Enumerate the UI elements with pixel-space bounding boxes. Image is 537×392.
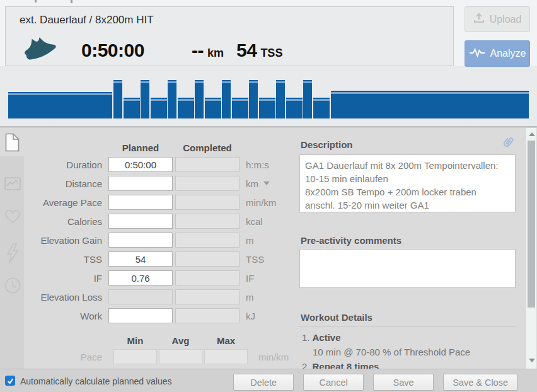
segment-stripe	[141, 81, 149, 83]
form-row-average-pace: Average Pacemin/km	[0, 193, 296, 212]
form-row-elevation-loss: Elevation Lossm	[0, 287, 296, 306]
workout-graph-segment	[178, 98, 194, 118]
work-unit-label: kJ	[246, 311, 255, 321]
planned-tss-stat: 54 TSS	[236, 40, 282, 61]
form-row-elevation-gain: Elevation Gainm	[0, 231, 296, 250]
min-avg-max-headers: Min Avg Max	[0, 333, 296, 348]
elevation-gain-planned-input[interactable]	[108, 233, 173, 248]
duration-value: 0:50:00	[81, 40, 144, 61]
elevation-loss-completed-input	[175, 289, 240, 304]
if-unit-label: IF	[246, 273, 254, 284]
workout-graph-segment	[276, 80, 285, 118]
workout-graph-segment	[141, 80, 149, 118]
elevation-gain-label: Elevation Gain	[0, 235, 108, 246]
step-name: Active	[313, 332, 341, 343]
workout-graph-segment	[331, 91, 529, 118]
workout-graph-segment	[113, 80, 122, 118]
description-title: Description	[301, 139, 353, 150]
segment-stripe	[303, 81, 312, 83]
scroll-up-arrow-icon[interactable]	[529, 132, 535, 136]
duration-completed-input	[175, 157, 240, 172]
scroll-down-arrow-icon[interactable]	[529, 359, 535, 362]
form-row-work: WorkkJ	[0, 306, 296, 325]
save-button[interactable]: Save	[373, 374, 434, 391]
distance-unit-label: km	[246, 178, 270, 189]
workout-graph-segment	[259, 98, 275, 118]
unit-dropdown-arrow-icon[interactable]	[263, 182, 270, 185]
form-row-calories: Calorieskcal	[0, 212, 296, 231]
workout-graph-segment	[168, 80, 176, 118]
auto-calculate-checkbox[interactable]	[5, 376, 15, 386]
segment-stripe	[124, 99, 140, 101]
distance-value: --	[192, 40, 204, 61]
workout-quickview-dialog: ext. Dauerlauf / 8x200m HIT 0:50:00 -- k…	[0, 0, 537, 392]
upload-label: Upload	[490, 14, 522, 25]
scrollbar-thumb[interactable]	[528, 141, 535, 308]
average-pace-completed-input	[175, 195, 240, 210]
form-row-duration: Durationh:m:s	[0, 155, 296, 174]
workout-step: 1.Active	[302, 332, 516, 347]
right-column: Description GA1 Dauerlauf mit 8x 200m Te…	[299, 128, 516, 369]
form-row-distance: Distancekm	[0, 174, 296, 193]
workout-graph-segment	[151, 98, 167, 118]
vertical-scrollbar[interactable]	[526, 128, 536, 369]
if-completed-input	[175, 270, 240, 285]
paperclip-icon[interactable]	[503, 135, 514, 151]
step-number: 1.	[302, 332, 310, 343]
segment-stripe	[232, 99, 248, 101]
elevation-loss-unit-label: m	[246, 292, 254, 303]
calories-completed-input	[175, 214, 240, 229]
pre-activity-title: Pre-activity comments	[301, 235, 401, 246]
cancel-button[interactable]: Cancel	[303, 374, 364, 391]
footer-buttons: DeleteCancelSaveSave & Close	[233, 374, 517, 391]
if-planned-input[interactable]	[108, 270, 173, 285]
elevation-gain-unit-label: m	[246, 235, 254, 246]
upload-icon	[473, 13, 485, 26]
distance-planned-input[interactable]	[108, 176, 173, 191]
save-close-button[interactable]: Save & Close	[443, 374, 517, 391]
segment-stripe	[113, 81, 122, 83]
cropped-text-fragment	[35, 0, 37, 3]
workout-summary-header: ext. Dauerlauf / 8x200m HIT 0:50:00 -- k…	[5, 6, 454, 66]
planned-distance-stat: -- km	[192, 40, 224, 61]
form-column-headers: Planned Completed	[0, 140, 296, 155]
segment-stripe	[178, 99, 194, 101]
segment-stripe	[286, 99, 303, 101]
tss-completed-input	[175, 251, 240, 267]
pace-avg-input	[159, 349, 202, 364]
analyze-button[interactable]: Analyze	[465, 40, 530, 67]
pace-unit-label: min/km	[258, 352, 289, 362]
workout-details-title: Workout Details	[301, 312, 372, 323]
segment-stripe	[249, 81, 258, 83]
duration-planned-input[interactable]	[108, 157, 173, 172]
calories-unit-label: kcal	[246, 216, 263, 227]
average-pace-planned-input[interactable]	[108, 195, 173, 210]
step-detail: 10 min @ 70-80 % of Threshold Pace	[302, 347, 516, 361]
work-completed-input	[175, 308, 240, 323]
distance-label: Distance	[0, 178, 108, 189]
planned-header: Planned	[108, 142, 173, 153]
work-planned-input[interactable]	[108, 308, 173, 323]
pre-activity-textarea[interactable]	[299, 249, 516, 288]
tss-planned-input[interactable]	[108, 251, 173, 267]
description-textarea[interactable]: GA1 Dauerlauf mit 8x 200m Tempointervall…	[299, 154, 516, 212]
segment-stripe	[313, 99, 330, 101]
footer-bar: Automatically calculate planned values D…	[0, 369, 537, 392]
duration-unit-label: h:m:s	[246, 159, 269, 170]
workout-graph-segment	[249, 80, 258, 118]
form-row-tss: TSSTSS	[0, 250, 296, 268]
calories-label: Calories	[0, 216, 108, 227]
max-header: Max	[204, 335, 248, 346]
workout-detail-panel: Planned Completed Durationh:m:sDistancek…	[0, 128, 537, 369]
segment-stripe	[222, 81, 231, 83]
duration-label: Duration	[0, 159, 108, 170]
workout-graph-segment	[303, 80, 312, 118]
tss-value: 54	[236, 40, 257, 61]
completed-header: Completed	[175, 142, 240, 153]
checkmark-icon	[7, 378, 14, 384]
workout-graph-segment	[286, 98, 303, 118]
workout-graph-segment	[195, 80, 204, 118]
calories-planned-input[interactable]	[108, 214, 173, 229]
delete-button[interactable]: Delete	[233, 374, 294, 391]
upload-button: Upload	[465, 6, 530, 32]
